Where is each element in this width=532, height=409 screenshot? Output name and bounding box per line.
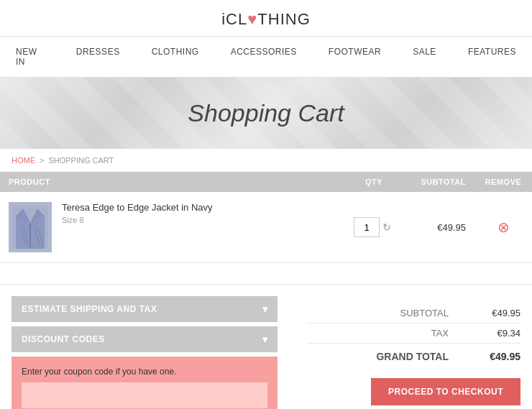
- refresh-icon[interactable]: ↻: [382, 221, 391, 233]
- spacer-row: [0, 263, 532, 285]
- coupon-box: Enter your coupon code if you have one. …: [12, 357, 278, 409]
- cart-table-header: PRODUCT QTY SUBTOTAL REMOVE: [0, 172, 532, 192]
- shipping-chevron-icon: ▾: [262, 303, 268, 315]
- nav-new-in[interactable]: NEW IN: [0, 44, 60, 70]
- shipping-accordion-label: ESTIMATE SHIPPING AND TAX: [22, 304, 157, 314]
- discount-accordion-header[interactable]: DISCOUNT CODES ▾: [12, 326, 278, 352]
- product-image: [9, 202, 52, 252]
- product-name: Teresa Edge to Edge Jacket in Navy: [62, 202, 213, 213]
- logo-heart-icon: ♥: [247, 10, 257, 28]
- site-header: iCL♥THING: [0, 0, 532, 37]
- subtotal-cell: €49.95: [403, 192, 474, 263]
- col-subtotal: SUBTOTAL: [403, 172, 474, 192]
- remove-cell: ⊗: [474, 192, 532, 263]
- shipping-accordion-header[interactable]: ESTIMATE SHIPPING AND TAX ▾: [12, 296, 278, 322]
- qty-cell: ↻: [345, 192, 403, 263]
- left-panel: ESTIMATE SHIPPING AND TAX ▾ DISCOUNT COD…: [12, 296, 278, 409]
- page-title: Shopping Cart: [0, 99, 532, 127]
- nav-footwear[interactable]: FOOTWEAR: [313, 44, 397, 70]
- coupon-label: Enter your coupon code if you have one.: [22, 367, 267, 377]
- tax-label: TAX: [377, 328, 449, 339]
- breadcrumb-separator: >: [40, 156, 44, 165]
- coupon-input[interactable]: [22, 382, 267, 408]
- grand-total-value: €49.95: [470, 351, 520, 362]
- remove-button[interactable]: ⊗: [497, 219, 510, 236]
- discount-accordion-label: DISCOUNT CODES: [22, 334, 105, 344]
- subtotal-value: €49.95: [470, 308, 520, 318]
- nav-clothing[interactable]: CLOTHING: [136, 44, 215, 70]
- qty-input[interactable]: [354, 217, 380, 237]
- shipping-accordion: ESTIMATE SHIPPING AND TAX ▾: [12, 296, 278, 322]
- product-cell: Teresa Edge to Edge Jacket in Navy Size …: [0, 192, 345, 263]
- right-panel: SUBTOTAL €49.95 TAX €9.34 GRAND TOTAL €4…: [292, 296, 520, 409]
- checkout-button[interactable]: PROCEED TO CHECKOUT: [371, 378, 520, 405]
- grand-total-label: GRAND TOTAL: [376, 351, 449, 362]
- tax-value: €9.34: [470, 328, 520, 339]
- breadcrumb-home[interactable]: HOME: [12, 156, 35, 165]
- cart-table: PRODUCT QTY SUBTOTAL REMOVE: [0, 172, 532, 285]
- bottom-section: ESTIMATE SHIPPING AND TAX ▾ DISCOUNT COD…: [0, 285, 532, 409]
- product-size: Size 8: [62, 216, 213, 224]
- site-logo[interactable]: iCL♥THING: [0, 10, 532, 29]
- table-row: Teresa Edge to Edge Jacket in Navy Size …: [0, 192, 532, 263]
- nav-dresses[interactable]: DRESSES: [60, 44, 136, 70]
- totals-section: SUBTOTAL €49.95 TAX €9.34 GRAND TOTAL €4…: [306, 296, 520, 369]
- logo-text-left: iCL: [221, 10, 247, 28]
- breadcrumb-current: SHOPPING CART: [48, 156, 114, 165]
- nav-accessories[interactable]: ACCESSORIES: [215, 44, 313, 70]
- logo-text-right: THING: [257, 10, 310, 28]
- col-product: PRODUCT: [0, 172, 345, 192]
- subtotal-label: SUBTOTAL: [377, 308, 449, 318]
- col-qty: QTY: [345, 172, 403, 192]
- grand-total-row: GRAND TOTAL €49.95: [306, 344, 520, 369]
- discount-accordion: DISCOUNT CODES ▾: [12, 326, 278, 352]
- page-banner: Shopping Cart: [0, 78, 532, 149]
- nav-sale[interactable]: SALE: [397, 44, 452, 70]
- main-nav: NEW IN DRESSES CLOTHING ACCESSORIES FOOT…: [0, 37, 532, 78]
- breadcrumb: HOME > SHOPPING CART: [0, 149, 532, 172]
- discount-chevron-icon: ▾: [262, 334, 268, 345]
- col-remove: REMOVE: [474, 172, 532, 192]
- nav-features[interactable]: FEATURES: [452, 44, 532, 70]
- tax-row: TAX €9.34: [306, 323, 520, 344]
- subtotal-row: SUBTOTAL €49.95: [306, 303, 520, 323]
